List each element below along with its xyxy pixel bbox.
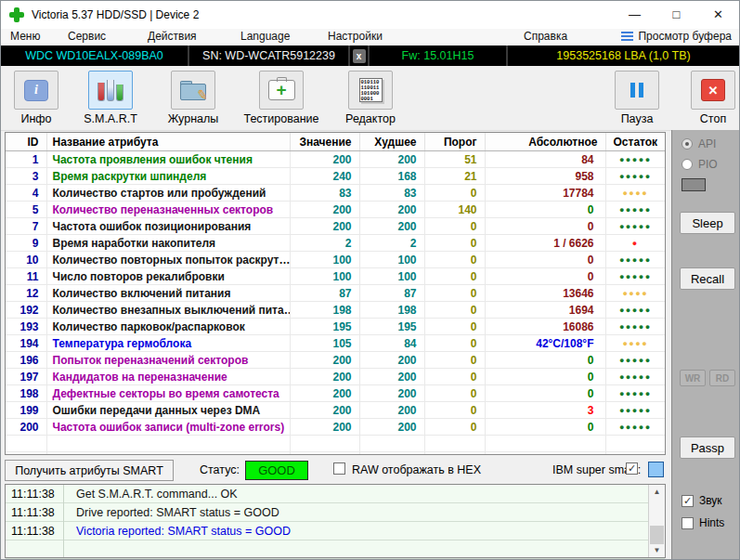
table-row[interactable]: 9Время наработки накопителя2201 / 6626● [6,235,665,252]
drive-info-bar: WDC WD10EALX-089BA0 SN: WD-WCATR5912239 … [1,46,739,66]
rd-button[interactable]: RD [709,370,735,386]
health-dots: ●●●●● [605,218,665,235]
attr-raw: 84 [485,151,605,168]
maximize-icon[interactable]: □ [656,1,697,28]
menu-item-1[interactable]: Меню [10,30,40,43]
menu-item-4[interactable]: Language [240,30,290,43]
close-icon[interactable]: ✕ [697,1,739,28]
attr-threshold: 0 [424,285,485,302]
attr-id: 196 [6,352,46,369]
attr-raw: 0 [485,268,605,285]
attr-raw: 3 [485,402,605,419]
attr-threshold: 0 [424,352,485,369]
status-label: Статус: [200,463,240,476]
health-dots: ●●●●● [605,352,665,369]
attr-name: Температура гермоблока [46,335,290,352]
test-button[interactable]: + Тестирование [235,71,328,125]
log-scrollbar[interactable]: ▲ ▼ [648,485,665,557]
table-row[interactable]: 193Количество парковок/распарковок195195… [6,319,665,335]
attr-name: Ошибки передачи данных через DMA [46,402,290,419]
pio-radio[interactable]: PIO [682,158,718,171]
table-row[interactable]: 197Кандидатов на переназначение20020000●… [6,369,665,385]
table-row[interactable]: 196Попыток переназначений секторов200200… [6,352,665,369]
attr-name: Количество стартов или пробуждений [46,185,290,202]
scroll-thumb[interactable] [650,526,664,544]
attr-raw: 0 [485,385,605,402]
info-button[interactable]: i Инфо [8,71,64,125]
journals-button[interactable]: ✎ Журналы [157,71,229,125]
table-row[interactable]: 199Ошибки передачи данных через DMA20020… [6,402,665,419]
log-message: Get S.M.A.R.T. command... OK [63,488,238,501]
health-dots: ●●●●● [605,369,665,385]
attr-value: 200 [290,151,359,168]
attr-worst: 200 [359,419,424,436]
attr-value: 200 [290,419,359,436]
attr-threshold: 0 [424,319,485,335]
attr-id: 193 [6,319,46,335]
attr-value: 2 [290,235,359,252]
attr-threshold: 0 [424,185,485,202]
attr-value: 240 [290,168,359,185]
api-radio[interactable]: API [682,137,716,150]
buffer-view-button[interactable]: Просмотр буфера [621,30,732,43]
scroll-up-icon[interactable]: ▲ [649,485,665,499]
color-swatch-button[interactable] [648,462,664,477]
menu-item-6[interactable]: Справка [524,30,567,43]
drive-model: WDC WD10EALX-089BA0 [1,46,189,66]
attr-raw: 17784 [485,185,605,202]
hints-checkbox[interactable]: Hints [682,516,724,529]
editor-button[interactable]: 010110 110011 101000 0001 Редактор [333,71,408,125]
health-dots: ●●●● [605,335,665,352]
table-row[interactable]: 10Количество повторных попыток раскрут…1… [6,252,665,268]
table-row[interactable]: 200Частота ошибок записи (multi-zone err… [6,419,665,436]
header-raw: Абсолютное [485,133,605,151]
buffer-list-icon [621,32,633,41]
stop-button[interactable]: ✕ Стоп [685,71,740,125]
recall-button[interactable]: Recall [680,267,735,290]
passp-button[interactable]: Passp [680,436,735,459]
menu-item-3[interactable]: Действия [148,30,197,43]
table-row[interactable]: 5Количество переназначенных секторов2002… [6,202,665,218]
close-device-button[interactable]: x [353,49,366,63]
table-row[interactable]: 194Температура гермоблока10584042°C/108°… [6,335,665,352]
radio-icon [682,138,693,150]
log-entry: 11:11:38Victoria reported: SMART status … [6,522,665,540]
table-row[interactable]: 198Дефектные секторы во время самотеста2… [6,385,665,402]
menu-item-2[interactable]: Сервис [68,30,106,43]
smart-button[interactable]: S.M.A.R.T [70,71,151,125]
attr-threshold: 0 [424,302,485,319]
table-row[interactable]: 1Частота проявления ошибок чтения2002005… [6,151,665,168]
radio-icon [682,159,693,170]
attr-raw: 0 [485,352,605,369]
header-threshold: Порог [424,133,485,151]
minimize-icon[interactable]: — [614,1,656,28]
header-value: Значение [290,133,359,151]
scroll-down-icon[interactable]: ▼ [649,543,665,557]
log-entry: 11:11:38Get S.M.A.R.T. command... OK [6,485,665,503]
ibm-smart-checkbox[interactable]: ✓ [626,462,638,475]
attr-id: 10 [6,252,46,268]
attr-id: 11 [6,268,46,285]
sleep-button[interactable]: Sleep [680,212,735,234]
table-row[interactable]: 192Количество внезапных выключений пита…… [6,302,665,319]
table-row[interactable]: 3Время раскрутки шпинделя24016821958●●●●… [6,168,665,185]
attr-worst: 168 [359,168,424,185]
get-smart-button[interactable]: Получить атрибуты SMART [5,460,174,481]
table-row[interactable]: 4Количество стартов или пробуждений83830… [6,185,665,202]
attr-name: Дефектные секторы во время самотеста [46,385,290,402]
sound-checkbox[interactable]: ✓ Звук [682,494,722,507]
health-dots: ●●●●● [605,419,665,436]
attr-raw: 0 [485,218,605,235]
table-row[interactable]: 12Количество включений питания8787013646… [6,285,665,302]
menu-item-5[interactable]: Настройки [328,30,383,43]
attr-id: 194 [6,335,46,352]
empty-row [6,436,665,452]
attr-threshold: 0 [424,369,485,385]
attr-name: Количество переназначенных секторов [46,202,290,218]
attr-raw: 958 [485,168,605,185]
table-row[interactable]: 7Частота ошибок позиционирования20020000… [6,218,665,235]
pause-button[interactable]: Пауза [609,71,665,125]
table-row[interactable]: 11Число повторов рекалибровки10010000●●●… [6,268,665,285]
wr-button[interactable]: WR [680,370,706,386]
raw-hex-checkbox[interactable] [333,462,345,475]
